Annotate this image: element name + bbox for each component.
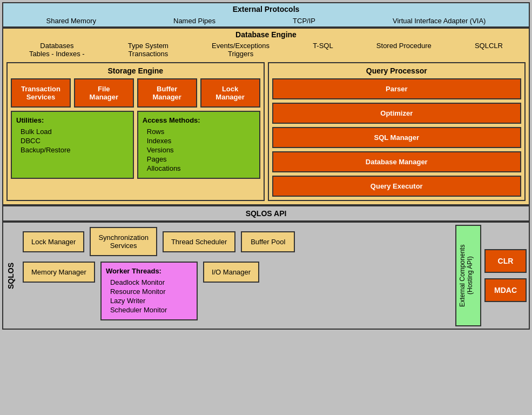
memory-manager-box: Memory Manager xyxy=(23,262,95,283)
buffer-pool-box: Buffer Pool xyxy=(241,231,295,252)
storage-top-row: TransactionServices FileManager BufferMa… xyxy=(11,78,260,108)
external-components-box: External Components(Hosting API) xyxy=(455,225,481,326)
clr-box: CLR xyxy=(484,249,527,273)
access-versions: Versions xyxy=(147,146,255,154)
thread-scheduler-box: Thread Scheduler xyxy=(163,231,235,252)
buffer-manager-box: BufferManager xyxy=(137,78,197,108)
db-header-type-system: Type SystemTransactions xyxy=(128,42,169,58)
sqlos-content: Lock Manager SynchronizationServices Thr… xyxy=(18,223,453,329)
engine-body: Storage Engine TransactionServices FileM… xyxy=(3,59,529,204)
sqlos-right-panel: External Components(Hosting API) CLR MDA… xyxy=(453,223,529,329)
storage-engine-title: Storage Engine xyxy=(11,66,260,75)
external-protocols-section: External Protocols Shared Memory Named P… xyxy=(2,2,530,28)
query-processor-title: Query Processor xyxy=(272,66,522,75)
query-executor-box: Query Executor xyxy=(272,176,522,197)
utility-backup-restore: Backup/Restore xyxy=(21,146,129,154)
access-methods-title: Access Methods: xyxy=(143,116,255,124)
utilities-title: Utilities: xyxy=(16,116,129,124)
protocols-row: Shared Memory Named Pipes TCP/IP Virtual… xyxy=(3,15,529,26)
db-header-events: Events/ExceptionsTriggers xyxy=(212,42,270,58)
external-protocols-title: External Protocols xyxy=(3,3,529,15)
io-manager-box: I/O Manager xyxy=(203,262,259,283)
resource-monitor: Resource Monitor xyxy=(110,287,192,296)
utility-bulk-load: Bulk Load xyxy=(21,128,129,136)
lock-manager-storage-box: LockManager xyxy=(200,78,260,108)
query-processor: Query Processor Parser Optimizer SQL Man… xyxy=(268,62,526,201)
sql-manager-box: SQL Manager xyxy=(272,127,522,148)
db-header-tsql: T-SQL xyxy=(313,42,333,58)
worker-threads-box: Worker Threads: Deadlock Monitor Resourc… xyxy=(100,262,198,320)
optimizer-box: Optimizer xyxy=(272,103,522,124)
protocol-via: Virtual Interface Adapter (VIA) xyxy=(393,17,486,25)
sync-services-box: SynchronizationServices xyxy=(90,227,157,256)
access-indexes: Indexes xyxy=(147,137,255,145)
db-engine-header: DatabasesTables - Indexes - Type SystemT… xyxy=(3,41,529,59)
protocol-named-pipes: Named Pipes xyxy=(173,17,216,25)
worker-threads-title: Worker Threads: xyxy=(106,267,192,275)
lazy-writer: Lazy Writer xyxy=(110,297,192,305)
sqlos-section: SQLOS Lock Manager SynchronizationServic… xyxy=(2,222,530,330)
db-header-databases: DatabasesTables - Indexes - xyxy=(29,42,85,58)
lock-manager-sqlos-box: Lock Manager xyxy=(23,231,84,252)
sqlos-api-bar: SQLOS API xyxy=(2,205,530,222)
protocol-tcp-ip: TCP/IP xyxy=(293,17,315,25)
database-manager-box: Database Manager xyxy=(272,151,522,172)
transaction-services-box: TransactionServices xyxy=(11,78,71,108)
sqlos-row2: Memory Manager Worker Threads: Deadlock … xyxy=(23,262,449,320)
sqlos-row1: Lock Manager SynchronizationServices Thr… xyxy=(23,227,449,256)
access-methods-box: Access Methods: Rows Indexes Versions Pa… xyxy=(137,111,260,179)
parser-box: Parser xyxy=(272,78,522,99)
db-header-sqlclr: SQLCLR xyxy=(475,42,503,58)
storage-engine: Storage Engine TransactionServices FileM… xyxy=(6,62,265,201)
sqlos-label: SQLOS xyxy=(3,223,18,329)
scheduler-monitor: Scheduler Monitor xyxy=(110,306,192,314)
file-manager-box: FileManager xyxy=(74,78,134,108)
protocol-shared-memory: Shared Memory xyxy=(46,17,96,25)
db-header-stored-proc: Stored Procedure xyxy=(376,42,432,58)
utilities-box: Utilities: Bulk Load DBCC Backup/Restore xyxy=(11,111,134,179)
access-rows: Rows xyxy=(147,128,255,136)
access-pages: Pages xyxy=(147,155,255,163)
utility-dbcc: DBCC xyxy=(21,137,129,145)
db-engine-title: Database Engine xyxy=(3,29,529,41)
storage-bottom-row: Utilities: Bulk Load DBCC Backup/Restore… xyxy=(11,111,260,179)
deadlock-monitor: Deadlock Monitor xyxy=(110,278,192,286)
db-engine-section: Database Engine DatabasesTables - Indexe… xyxy=(2,28,530,205)
mdac-box: MDAC xyxy=(484,278,527,302)
access-allocations: Allocations xyxy=(147,164,255,172)
